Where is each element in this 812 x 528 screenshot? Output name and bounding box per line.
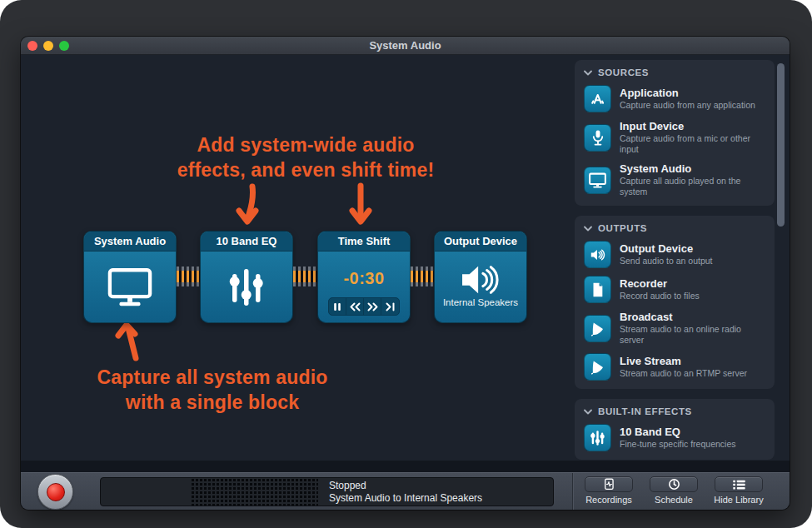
block-title: System Audio bbox=[84, 232, 176, 252]
eq-sliders-icon bbox=[584, 424, 611, 451]
record-icon bbox=[47, 483, 65, 501]
block-output-device[interactable]: Output Device Internal Speakers bbox=[434, 231, 527, 323]
fast-forward-button[interactable] bbox=[364, 298, 381, 315]
panel-sources: SOURCES Application Capture audio from a… bbox=[575, 60, 775, 206]
clock-icon bbox=[668, 478, 680, 491]
eq-sliders-icon bbox=[227, 266, 266, 308]
session-canvas[interactable]: Add system-wide audio effects, and even … bbox=[21, 55, 571, 461]
library-item-application[interactable]: Application Capture audio from any appli… bbox=[584, 85, 765, 112]
audio-link bbox=[293, 266, 317, 286]
section-label: BUILT-IN EFFECTS bbox=[598, 406, 692, 416]
block-10-band-eq[interactable]: 10 Band EQ bbox=[200, 231, 293, 323]
section-label: SOURCES bbox=[598, 67, 649, 77]
sidebar-scrollbar[interactable] bbox=[777, 63, 785, 227]
display-icon bbox=[584, 167, 611, 194]
pause-button[interactable] bbox=[329, 298, 346, 315]
window-title: System Audio bbox=[21, 39, 790, 52]
control-bar: Stopped System Audio to Internal Speaker… bbox=[21, 472, 790, 510]
vu-meter bbox=[191, 478, 318, 506]
block-time-shift[interactable]: Time Shift -0:30 bbox=[317, 231, 411, 323]
section-header-outputs[interactable]: OUTPUTS bbox=[584, 223, 765, 233]
satellite-dish-icon bbox=[584, 353, 611, 381]
output-device-name: Internal Speakers bbox=[443, 297, 518, 307]
block-system-audio[interactable]: System Audio bbox=[83, 231, 177, 323]
divider bbox=[572, 473, 573, 510]
chevron-down-icon bbox=[584, 409, 592, 415]
recordings-button[interactable]: Recordings bbox=[584, 476, 634, 505]
app-window: System Audio Add system-wide audio effec… bbox=[21, 37, 790, 510]
status-text: Stopped bbox=[329, 480, 482, 492]
zoom-button[interactable] bbox=[59, 41, 69, 51]
screenshot-card: System Audio Add system-wide audio effec… bbox=[0, 0, 812, 528]
chevron-down-icon bbox=[584, 226, 592, 232]
library-sidebar: SOURCES Application Capture audio from a… bbox=[571, 55, 790, 461]
speaker-icon bbox=[458, 262, 503, 297]
satellite-dish-icon bbox=[584, 315, 611, 342]
section-header-effects[interactable]: BUILT-IN EFFECTS bbox=[584, 406, 765, 416]
list-icon bbox=[732, 479, 746, 491]
library-item-system-audio[interactable]: System Audio Capture all audio played on… bbox=[584, 162, 765, 197]
skip-to-end-button[interactable] bbox=[381, 298, 399, 315]
rewind-button[interactable] bbox=[346, 298, 364, 315]
audio-link bbox=[177, 266, 201, 286]
library-item-broadcast[interactable]: Broadcast Stream audio to an online radi… bbox=[584, 311, 765, 346]
block-title: Time Shift bbox=[318, 232, 410, 252]
pipeline-text: System Audio to Internal Speakers bbox=[329, 492, 482, 505]
panel-built-in-effects: BUILT-IN EFFECTS 10 Band EQ Fine-tune sp… bbox=[575, 399, 775, 460]
time-shift-transport bbox=[328, 297, 400, 316]
library-item-output-device[interactable]: Output Device Send audio to an output bbox=[584, 241, 765, 268]
minimize-button[interactable] bbox=[43, 41, 53, 51]
display-icon bbox=[107, 267, 152, 306]
time-shift-value: -0:30 bbox=[343, 260, 384, 297]
status-display: Stopped System Audio to Internal Speaker… bbox=[100, 477, 554, 506]
close-button[interactable] bbox=[27, 41, 37, 51]
block-title: Output Device bbox=[435, 232, 526, 252]
panel-outputs: OUTPUTS Output Device Send audio to an o… bbox=[575, 216, 775, 389]
record-button[interactable] bbox=[37, 474, 73, 510]
block-title: 10 Band EQ bbox=[201, 232, 292, 252]
title-bar: System Audio bbox=[21, 37, 790, 55]
app-store-icon bbox=[584, 85, 611, 112]
file-icon bbox=[584, 276, 611, 303]
library-item-input-device[interactable]: Input Device Capture audio from a mic or… bbox=[584, 120, 765, 155]
microphone-icon bbox=[584, 124, 611, 152]
library-item-recorder[interactable]: Recorder Record audio to files bbox=[584, 276, 765, 303]
section-label: OUTPUTS bbox=[598, 223, 647, 233]
schedule-button[interactable]: Schedule bbox=[649, 476, 699, 505]
hide-library-button[interactable]: Hide Library bbox=[714, 476, 764, 505]
canvas-bottom-strip bbox=[21, 461, 790, 472]
library-item-10-band-eq[interactable]: 10 Band EQ Fine-tune specific frequencie… bbox=[584, 424, 765, 451]
section-header-sources[interactable]: SOURCES bbox=[584, 67, 765, 77]
speaker-icon bbox=[584, 241, 611, 268]
recording-file-icon bbox=[603, 478, 615, 491]
library-item-live-stream[interactable]: Live Stream Stream audio to an RTMP serv… bbox=[584, 353, 765, 381]
chevron-down-icon bbox=[584, 70, 592, 76]
audio-link bbox=[411, 266, 435, 286]
